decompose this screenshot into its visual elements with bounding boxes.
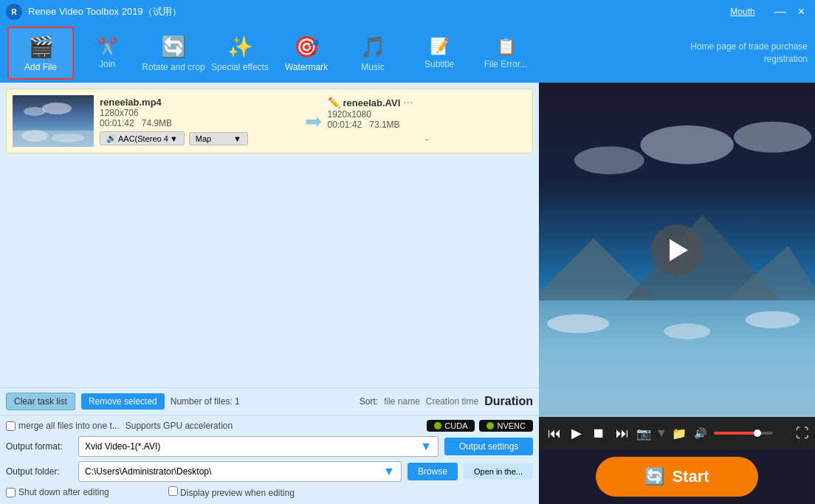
toolbar-item-effects[interactable]: ✨ Special effects xyxy=(207,27,273,80)
toolbar-item-music[interactable]: 🎵 Music xyxy=(340,27,406,80)
play-triangle-icon xyxy=(670,239,688,261)
app-title: Renee Video Toolbox 2019（试用） xyxy=(28,5,182,18)
fullscreen-button[interactable]: ⛶ xyxy=(796,426,809,441)
sort-filename[interactable]: file name xyxy=(384,396,420,407)
logo-text: R xyxy=(11,8,16,16)
output-duration: 00:01:42 73.1MB xyxy=(328,120,527,130)
folder-select[interactable]: C:\Users\Administrator\Desktop\ ▼ xyxy=(78,461,402,482)
shutdown-label-text: Shut down after editing xyxy=(18,487,109,497)
file-count: Number of files: 1 xyxy=(171,396,240,407)
join-icon: ✂️ xyxy=(97,37,117,56)
settings-area: merge all files into one t... Supports G… xyxy=(0,415,539,504)
camera-dropdown-arrow-icon[interactable]: ▼ xyxy=(656,427,667,440)
sort-duration[interactable]: Duration xyxy=(484,395,533,408)
main-container: reneelab.mp4 1280x706 00:01:42 74.9MB 🔊 … xyxy=(0,83,815,504)
gpu-support-label: Supports GPU acceleration xyxy=(125,421,233,431)
sort-label: Sort: xyxy=(360,396,378,407)
audio-label: AAC(Stereo 4 xyxy=(118,134,168,143)
help-link[interactable]: Mouth xyxy=(730,7,754,17)
table-row: reneelab.mp4 1280x706 00:01:42 74.9MB 🔊 … xyxy=(6,89,533,153)
cuda-dot xyxy=(434,422,441,429)
cuda-label: CUDA xyxy=(444,421,467,430)
clear-task-button[interactable]: Clear task list xyxy=(6,393,75,410)
merge-checkbox-label[interactable]: merge all files into one t... xyxy=(6,421,120,431)
start-button[interactable]: 🔄 Start xyxy=(596,457,758,497)
toolbar-item-subtitle[interactable]: 📝 Subtitle xyxy=(406,27,472,80)
preview-label-text: Display preview when editing xyxy=(180,488,295,498)
close-button[interactable]: × xyxy=(794,0,809,24)
subtitle-icon: 📝 xyxy=(430,37,450,56)
format-label: Output format: xyxy=(6,441,72,452)
shutdown-row: Shut down after editing Display preview … xyxy=(6,486,533,498)
volume-thumb xyxy=(754,429,761,437)
toolbar-label-music: Music xyxy=(361,62,384,72)
format-row: Output format: Xvid Video-1(*.AVI) ▼ Out… xyxy=(6,436,533,457)
nvenc-badge: NVENC xyxy=(479,420,533,432)
video-preview xyxy=(539,83,815,417)
toolbar-item-rotate[interactable]: 🔄 Rotate and crop xyxy=(140,27,207,80)
toolbar-label-file-error: File Error... xyxy=(484,59,528,69)
svg-point-2 xyxy=(21,130,48,142)
bottom-bar: Clear task list Remove selected Number o… xyxy=(0,387,539,415)
svg-point-3 xyxy=(52,134,84,142)
volume-icon: 🔊 xyxy=(106,134,117,143)
toolbar-item-file-error[interactable]: 📋 File Error... xyxy=(472,27,539,80)
watermark-icon: 🎯 xyxy=(294,35,320,59)
add-icon: 🎬 xyxy=(28,35,54,59)
open-button[interactable]: Open in the... xyxy=(464,463,533,480)
cuda-badge: CUDA xyxy=(427,420,475,432)
format-select-dropdown[interactable]: Xvid Video-1(*.AVI) ▼ xyxy=(78,436,439,457)
gpu-badges: CUDA NVENC xyxy=(427,420,533,432)
sort-creation-time[interactable]: Creation time xyxy=(426,396,478,407)
audio-dropdown[interactable]: 🔊 AAC(Stereo 4 ▼ xyxy=(100,131,185,145)
input-resolution: 1280x706 xyxy=(100,108,299,118)
file-thumbnail xyxy=(13,95,94,147)
thumbnail-image xyxy=(13,95,94,147)
shutdown-checkbox[interactable] xyxy=(6,488,16,497)
toolbar-label-effects: Special effects xyxy=(211,62,269,72)
skip-forward-button[interactable]: ⏭ xyxy=(613,424,632,443)
file-error-icon: 📋 xyxy=(496,37,516,56)
svg-point-11 xyxy=(547,314,609,333)
map-dropdown[interactable]: Map ▼ xyxy=(189,132,248,145)
music-icon: 🎵 xyxy=(360,35,386,59)
toolbar-label-watermark: Watermark xyxy=(285,62,328,72)
toolbar-right-label: Home page of trade purchase registration xyxy=(690,41,808,64)
skip-back-button[interactable]: ⏮ xyxy=(545,424,564,443)
volume-slider[interactable] xyxy=(714,432,773,435)
rotate-icon: 🔄 xyxy=(161,35,187,59)
output-settings-button[interactable]: Output settings xyxy=(444,438,533,455)
svg-point-12 xyxy=(664,324,710,339)
shutdown-checkbox-label[interactable]: Shut down after editing xyxy=(6,487,109,497)
app-logo: R xyxy=(6,4,22,20)
toolbar-label-join: Join xyxy=(99,59,115,69)
preview-checkbox[interactable] xyxy=(168,486,178,496)
toolbar-item-join[interactable]: ✂️ Join xyxy=(74,27,140,80)
browse-button[interactable]: Browse xyxy=(408,463,458,480)
pencil-icon: ✏️ xyxy=(328,97,340,108)
merge-checkbox[interactable] xyxy=(6,421,16,431)
input-file-info: reneelab.mp4 1280x706 00:01:42 74.9MB 🔊 … xyxy=(100,97,299,145)
input-filename: reneelab.mp4 xyxy=(100,97,299,108)
start-label: Start xyxy=(672,467,709,486)
screenshot-button[interactable]: 📷 xyxy=(636,427,651,441)
volume-button[interactable]: 🔊 xyxy=(691,426,709,441)
audio-row: 🔊 AAC(Stereo 4 ▼ Map ▼ xyxy=(100,131,299,145)
volume-fill xyxy=(714,432,755,435)
output-dots: ··· xyxy=(403,96,413,109)
folder-button[interactable]: 📁 xyxy=(672,427,687,441)
minimize-button[interactable]: — xyxy=(770,0,791,24)
toolbar-item-add[interactable]: 🎬 Add File xyxy=(7,27,74,80)
play-pause-button[interactable]: ▶ xyxy=(568,424,585,443)
remove-selected-button[interactable]: Remove selected xyxy=(81,393,165,410)
folder-row: Output folder: C:\Users\Administrator\De… xyxy=(6,461,533,482)
play-button[interactable] xyxy=(651,224,703,276)
refresh-icon: 🔄 xyxy=(644,467,664,486)
format-value: Xvid Video-1(*.AVI) xyxy=(85,441,420,452)
stop-button[interactable]: ⏹ xyxy=(589,424,608,443)
toolbar-item-watermark[interactable]: 🎯 Watermark xyxy=(273,27,340,80)
map-arrow-icon: ▼ xyxy=(233,134,241,143)
preview-checkbox-label[interactable]: Display preview when editing xyxy=(168,486,295,498)
left-panel: reneelab.mp4 1280x706 00:01:42 74.9MB 🔊 … xyxy=(0,83,539,504)
toolbar-right-text: Home page of trade purchase registration xyxy=(690,41,808,66)
